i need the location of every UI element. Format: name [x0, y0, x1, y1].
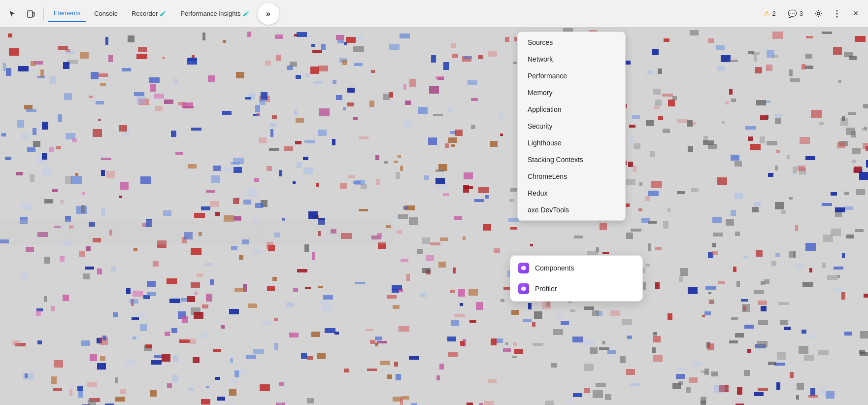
svg-point-4	[836, 13, 838, 14]
recorder-flask-icon: 🧪	[160, 10, 167, 17]
pixel-background	[0, 28, 868, 405]
svg-point-5	[836, 16, 838, 17]
components-icon	[518, 263, 529, 273]
close-button[interactable]: ×	[847, 5, 864, 22]
menu-item-lighthouse[interactable]: Lighthouse	[518, 135, 625, 151]
toolbar-right: ⚠ 2 💬 3 ×	[759, 5, 864, 22]
tab-recorder[interactable]: Recorder 🧪	[126, 5, 172, 22]
warning-icon: ⚠	[764, 9, 770, 18]
more-tabs-button[interactable]: »	[258, 3, 279, 25]
toolbar: Elements Console Recorder 🧪 Performance …	[0, 0, 868, 28]
menu-item-stacking-contexts[interactable]: Stacking Contexts	[518, 151, 625, 168]
tab-console[interactable]: Console	[88, 5, 124, 22]
comments-button[interactable]: 💬 3	[783, 5, 808, 22]
comment-icon: 💬	[788, 9, 797, 18]
menu-item-redux[interactable]: Redux	[518, 185, 625, 202]
divider-1	[43, 7, 44, 21]
menu-item-memory[interactable]: Memory	[518, 84, 625, 101]
menu-item-network[interactable]: Network	[518, 51, 625, 68]
more-options-icon[interactable]	[829, 5, 845, 22]
dropdown-menu: Sources Network Performance Memory Appli…	[517, 32, 626, 221]
svg-point-2	[817, 12, 820, 15]
menu-item-performance[interactable]: Performance	[518, 68, 625, 84]
menu-item-profiler[interactable]: Profiler	[510, 278, 642, 299]
performance-flask-icon: 🧪	[243, 10, 250, 17]
settings-icon[interactable]	[810, 5, 827, 22]
profiler-icon	[518, 283, 529, 294]
menu-item-security[interactable]: Security	[518, 118, 625, 135]
menu-item-axe-devtools[interactable]: axe DevTools	[518, 202, 625, 218]
main-content: Sources Network Performance Memory Appli…	[0, 28, 868, 405]
sub-dropdown-menu: Components Profiler	[510, 255, 643, 302]
cursor-icon[interactable]	[4, 5, 21, 22]
tab-elements[interactable]: Elements	[48, 5, 86, 22]
svg-point-3	[836, 10, 838, 11]
device-icon[interactable]	[23, 5, 39, 22]
menu-item-sources[interactable]: Sources	[518, 34, 625, 51]
menu-item-chromelens[interactable]: ChromeLens	[518, 168, 625, 185]
menu-item-components[interactable]: Components	[510, 258, 642, 278]
svg-rect-0	[28, 11, 33, 17]
tab-performance-insights[interactable]: Performance insights 🧪	[174, 5, 255, 22]
menu-item-application[interactable]: Application	[518, 101, 625, 118]
warnings-button[interactable]: ⚠ 2	[759, 5, 781, 22]
svg-rect-1	[33, 12, 34, 16]
